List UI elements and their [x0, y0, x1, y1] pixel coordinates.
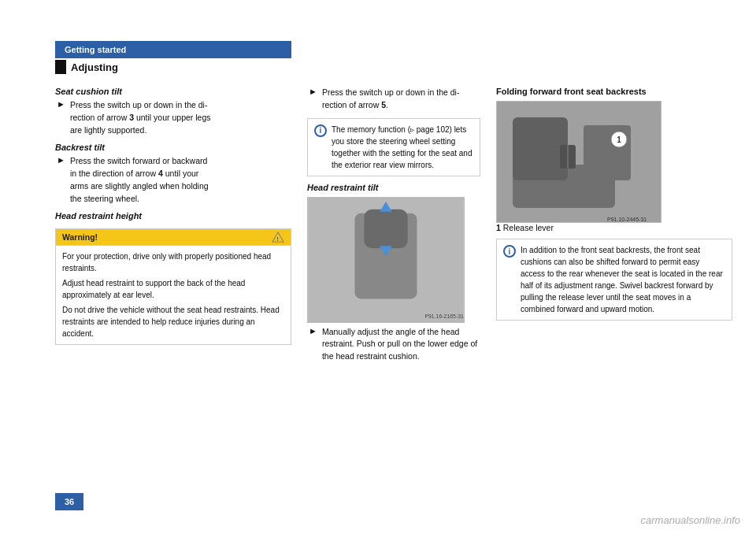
warning-header: Warning! ! [56, 229, 291, 246]
info-box-1: i The memory function (▹ page 102) lets … [307, 118, 480, 176]
bullet-arrow-3: ► [309, 87, 317, 112]
bullet-arrow-4: ► [309, 326, 317, 363]
info-icon-1: i [314, 124, 327, 137]
head-restraint-height-heading: Head restraint height [55, 211, 291, 221]
info-icon-right: i [503, 245, 516, 258]
header-title: Getting started [65, 45, 126, 54]
info-row-right: i In addition to the front seat backrest… [497, 239, 732, 320]
head-restraint-svg: P91.16-2165-31 [308, 198, 464, 322]
section-marker [55, 60, 66, 74]
section-title-text: Adjusting [71, 61, 118, 73]
left-column: Seat cushion tilt ► Press the switch up … [55, 87, 291, 350]
warning-line-1: For your protection, drive only with pro… [62, 250, 284, 274]
car-seat-svg: 1 P91.10-2445-31 [497, 102, 662, 223]
warning-line-2: Adjust head restraint to support the bac… [62, 277, 284, 301]
right-column: Folding forward front seat backrests 1 P… [496, 87, 732, 327]
warning-body: For your protection, drive only with pro… [56, 246, 291, 344]
svg-text:!: ! [276, 235, 279, 243]
warning-triangle-icon: ! [272, 232, 284, 243]
svg-text:1: 1 [617, 135, 621, 144]
head-restraint-diagram: P91.16-2165-31 [307, 197, 465, 323]
bullet-arrow-1: ► [57, 99, 65, 136]
svg-rect-4 [364, 209, 407, 247]
seat-cushion-bullet: ► Press the switch up or down in the di-… [57, 99, 291, 136]
warning-title: Warning! [62, 232, 98, 242]
info-text-right: In addition to the front seat backrests,… [521, 244, 725, 315]
info-box-right: i In addition to the front seat backrest… [496, 239, 732, 321]
seat-cushion-tilt-heading: Seat cushion tilt [55, 87, 291, 96]
head-restraint-tilt-heading: Head restraint tilt [307, 183, 480, 192]
info-text-1: The memory function (▹ page 102) lets yo… [332, 124, 473, 171]
arrow5-text: Press the switch up or down in the di- r… [322, 87, 460, 112]
arrow5-bullet: ► Press the switch up or down in the di-… [309, 87, 480, 112]
release-lever-text: 1 Release lever [496, 223, 732, 232]
warning-box: Warning! ! For your protection, drive on… [55, 228, 291, 345]
page-number: 36 [55, 493, 83, 510]
backrest-bullet: ► Press the switch forward or backward i… [57, 155, 291, 205]
header-bar: Getting started [55, 41, 291, 58]
watermark: carmanualsonline.info [641, 514, 740, 526]
car-seat-diagram: 1 P91.10-2445-31 [496, 101, 662, 223]
svg-rect-10 [513, 117, 568, 180]
section-title-container: Adjusting [55, 60, 118, 74]
backrest-text: Press the switch forward or backward in … [70, 155, 209, 205]
bullet-arrow-2: ► [57, 155, 65, 205]
warning-line-3: Do not drive the vehicle without the sea… [62, 304, 284, 339]
backrest-tilt-heading: Backrest tilt [55, 143, 291, 152]
seat-cushion-text: Press the switch up or down in the di- r… [70, 99, 211, 136]
middle-column: ► Press the switch up or down in the di-… [307, 87, 480, 368]
svg-text:P91.10-2445-31: P91.10-2445-31 [607, 217, 647, 222]
head-restraint-text: Manually adjust the angle of the head re… [322, 326, 480, 363]
head-restraint-bullet: ► Manually adjust the angle of the head … [309, 326, 480, 363]
svg-text:P91.16-2165-31: P91.16-2165-31 [424, 313, 464, 319]
right-section-heading: Folding forward front seat backrests [496, 87, 732, 96]
info-row-1: i The memory function (▹ page 102) lets … [308, 119, 480, 176]
